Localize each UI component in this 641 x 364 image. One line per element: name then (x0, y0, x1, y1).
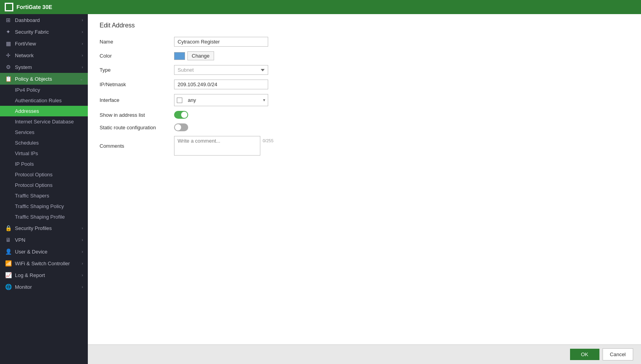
subitem-label-virtual-ips: Virtual IPs (15, 150, 38, 156)
subitem-label-schedules: Schedules (15, 140, 39, 146)
color-control: Change (174, 51, 214, 60)
sidebar-item-monitor[interactable]: 🌐 Monitor › (0, 281, 88, 293)
cancel-button[interactable]: Cancel (603, 348, 633, 360)
type-control: Subnet IP Range FQDN (174, 65, 268, 75)
sidebar-subitem-traffic-shaping-profile[interactable]: Traffic Shaping Profile (0, 212, 88, 222)
chevron-vpn: › (82, 237, 83, 242)
show-address-toggle[interactable] (174, 111, 188, 119)
sidebar-subitem-ipv4-policy[interactable]: IPv4 Policy (0, 85, 88, 95)
content-area: Edit Address Name Color Change Type (88, 14, 641, 364)
sidebar-label-user-device: User & Device (15, 249, 47, 255)
topbar: FortiGate 30E (0, 0, 641, 14)
subitem-label-protocol-options-2: Protocol Options (15, 182, 53, 188)
chevron-wifi-switch: › (82, 261, 83, 266)
static-route-row: Static route configuration (100, 123, 629, 131)
content-panel: Edit Address Name Color Change Type (88, 14, 641, 344)
sidebar-subitem-ip-pools[interactable]: IP Pools (0, 159, 88, 169)
sidebar: ⊞ Dashboard › ✦ Security Fabric › ▦ Fort… (0, 14, 88, 364)
sidebar-label-network: Network (15, 53, 34, 58)
sidebar-subitem-protocol-options-2[interactable]: Protocol Options (0, 180, 88, 190)
sidebar-label-vpn: VPN (15, 237, 25, 243)
sidebar-item-log-report[interactable]: 📈 Log & Report › (0, 269, 88, 281)
sidebar-subitem-addresses[interactable]: Addresses (0, 106, 88, 116)
monitor-icon: 🌐 (5, 284, 12, 290)
network-icon: ✛ (5, 52, 12, 58)
subitem-label-addresses: Addresses (15, 108, 39, 114)
chevron-monitor: › (82, 284, 83, 289)
chevron-user-device: › (82, 249, 83, 254)
static-route-toggle[interactable] (174, 123, 188, 131)
subitem-label-ip-pools: IP Pools (15, 161, 34, 167)
sidebar-subitem-schedules[interactable]: Schedules (0, 138, 88, 148)
log-report-icon: 📈 (5, 272, 12, 278)
comments-label: Comments (100, 143, 174, 149)
user-device-icon: 👤 (5, 248, 12, 255)
sidebar-subitem-traffic-shaping-policy[interactable]: Traffic Shaping Policy (0, 201, 88, 212)
color-change-button[interactable]: Change (187, 51, 214, 60)
type-label: Type (100, 67, 174, 73)
ip-netmask-input[interactable] (174, 80, 268, 89)
security-profiles-icon: 🔒 (5, 225, 12, 231)
interface-checkbox[interactable] (177, 98, 182, 103)
name-control (174, 37, 268, 47)
sidebar-subitem-virtual-ips[interactable]: Virtual IPs (0, 148, 88, 159)
color-row: Color Change (100, 51, 629, 60)
subitem-label-traffic-shaping-policy: Traffic Shaping Policy (15, 203, 64, 209)
chevron-network: › (82, 53, 83, 58)
subitem-label-services: Services (15, 129, 35, 135)
name-row: Name (100, 37, 629, 47)
sidebar-label-policy-objects: Policy & Objects (15, 76, 52, 82)
sidebar-item-dashboard[interactable]: ⊞ Dashboard › (0, 14, 88, 26)
interface-control: any ▾ (174, 94, 268, 106)
fortiview-icon: ▦ (5, 40, 12, 47)
sidebar-subitem-auth-rules[interactable]: Authentication Rules (0, 95, 88, 106)
chevron-security-fabric: › (82, 29, 83, 34)
comments-control: 0/255 (174, 136, 274, 156)
sidebar-item-security-fabric[interactable]: ✦ Security Fabric › (0, 26, 88, 38)
sidebar-subitem-services[interactable]: Services (0, 127, 88, 138)
sidebar-subitem-protocol-options-1[interactable]: Protocol Options (0, 169, 88, 180)
wifi-switch-icon: 📶 (5, 260, 12, 266)
sidebar-item-system[interactable]: ⚙ System › (0, 61, 88, 73)
subitem-label-auth-rules: Authentication Rules (15, 98, 62, 103)
sidebar-item-user-device[interactable]: 👤 User & Device › (0, 246, 88, 257)
app-logo (5, 3, 13, 11)
comment-count: 0/255 (263, 138, 274, 143)
subitem-label-protocol-options-1: Protocol Options (15, 172, 53, 177)
sidebar-subitem-internet-service-db[interactable]: Internet Service Database (0, 116, 88, 127)
sidebar-label-security-profiles: Security Profiles (15, 225, 52, 231)
app-title: FortiGate 30E (16, 4, 52, 10)
show-address-row: Show in address list (100, 111, 629, 119)
ip-netmask-row: IP/Netmask (100, 80, 629, 89)
interface-label: Interface (100, 97, 174, 103)
sidebar-label-monitor: Monitor (15, 284, 32, 290)
interface-select[interactable]: any (185, 96, 263, 105)
sidebar-item-fortiview[interactable]: ▦ FortiView › (0, 38, 88, 49)
sidebar-item-vpn[interactable]: 🖥 VPN › (0, 234, 88, 246)
sidebar-item-policy-objects[interactable]: 📋 Policy & Objects ⌄ (0, 73, 88, 85)
color-label: Color (100, 53, 174, 59)
chevron-log-report: › (82, 273, 83, 277)
sidebar-subitem-traffic-shapers[interactable]: Traffic Shapers (0, 190, 88, 201)
ok-button[interactable]: OK (570, 349, 599, 360)
sidebar-item-network[interactable]: ✛ Network › (0, 49, 88, 61)
comments-row: Comments 0/255 (100, 136, 629, 156)
color-swatch[interactable] (174, 52, 185, 60)
interface-wrapper[interactable]: any ▾ (174, 94, 268, 106)
show-address-control (174, 111, 188, 119)
sidebar-item-security-profiles[interactable]: 🔒 Security Profiles › (0, 222, 88, 234)
name-input[interactable] (174, 37, 268, 47)
logo-inner (6, 4, 12, 10)
sidebar-item-wifi-switch[interactable]: 📶 WiFi & Switch Controller › (0, 257, 88, 269)
ip-netmask-label: IP/Netmask (100, 81, 174, 87)
sidebar-label-system: System (15, 64, 32, 70)
main-layout: ⊞ Dashboard › ✦ Security Fabric › ▦ Fort… (0, 14, 641, 364)
chevron-fortiview: › (82, 41, 83, 46)
sidebar-label-log-report: Log & Report (15, 272, 45, 278)
subitem-label-internet-service-db: Internet Service Database (15, 119, 74, 125)
sidebar-label-dashboard: Dashboard (15, 17, 40, 23)
subitem-label-ipv4-policy: IPv4 Policy (15, 87, 40, 93)
comments-textarea[interactable] (174, 136, 260, 156)
type-select[interactable]: Subnet IP Range FQDN (174, 65, 268, 75)
sidebar-label-security-fabric: Security Fabric (15, 29, 49, 35)
